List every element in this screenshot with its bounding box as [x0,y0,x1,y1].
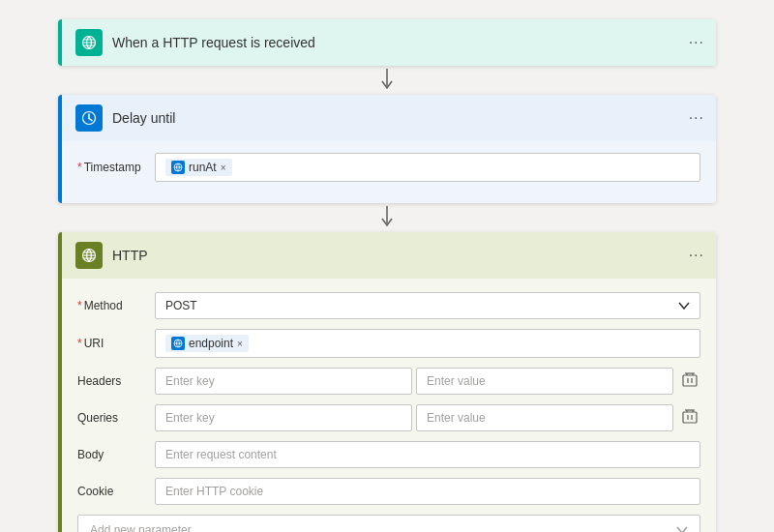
flow-container: When a HTTP request is received ··· Dela… [58,19,716,532]
form-row-headers: Headers [77,368,700,395]
form-row-timestamp: *Timestamp runAt × [77,153,700,182]
step-http-title: HTTP [112,248,148,263]
tag-close-endpoint[interactable]: × [237,339,243,349]
form-row-queries: Queries [77,404,700,431]
tag-chip-runat: runAt × [165,159,232,176]
step-delay: Delay until ··· *Timestamp [58,95,716,203]
step-delay-title: Delay until [112,110,175,126]
label-body: Body [77,448,155,461]
queries-inputs [155,404,673,431]
svg-rect-17 [683,375,697,386]
step-http-request: When a HTTP request is received ··· [58,19,716,66]
arrow-2 [379,203,395,232]
form-row-body: Body [77,441,700,468]
tag-input-endpoint[interactable]: endpoint × [155,329,700,358]
svg-line-7 [89,119,92,121]
tag-input-runat[interactable]: runAt × [155,153,700,182]
cookie-input[interactable] [155,478,700,505]
headers-inputs [155,368,673,395]
step-http-request-icon [75,29,103,56]
body-input[interactable] [155,441,700,468]
label-timestamp: *Timestamp [77,161,155,174]
arrow-1 [379,66,395,95]
step-http-request-header: When a HTTP request is received ··· [58,19,716,66]
label-cookie: Cookie [77,485,155,498]
headers-delete-icon[interactable] [679,370,700,392]
step-http-request-title: When a HTTP request is received [112,35,315,50]
step-delay-icon [75,104,103,132]
tag-chip-endpoint: endpoint × [165,335,249,352]
queries-delete-icon[interactable] [679,407,700,429]
tag-globe-icon [171,161,185,174]
headers-value-input[interactable] [416,368,673,395]
form-row-method: *Method POST [77,292,700,319]
label-queries: Queries [77,411,155,425]
tag-close-runat[interactable]: × [221,163,226,173]
step-delay-header: Delay until ··· [58,95,716,141]
queries-value-input[interactable] [416,404,673,431]
add-param-label: Add new parameter [90,523,192,532]
label-headers: Headers [77,374,155,388]
label-uri: *URI [77,337,155,350]
step-http: HTTP ··· *Method POST *URI [58,232,716,532]
tag-endpoint-icon [171,337,185,350]
step-delay-body: *Timestamp runAt × [58,141,716,203]
svg-rect-23 [683,412,697,423]
form-row-uri: *URI endpoint × [77,329,700,358]
step-http-body: *Method POST *URI [58,279,716,532]
add-param-row[interactable]: Add new parameter [77,515,700,532]
form-row-cookie: Cookie [77,478,700,505]
step-delay-more[interactable]: ··· [689,109,704,127]
label-method: *Method [77,299,155,312]
step-http-request-more[interactable]: ··· [689,34,704,51]
step-http-header: HTTP ··· [58,232,716,279]
select-method[interactable]: POST [155,292,700,319]
queries-key-input[interactable] [155,404,412,431]
step-http-more[interactable]: ··· [689,247,704,264]
step-http-icon [75,242,103,269]
headers-key-input[interactable] [155,368,412,395]
